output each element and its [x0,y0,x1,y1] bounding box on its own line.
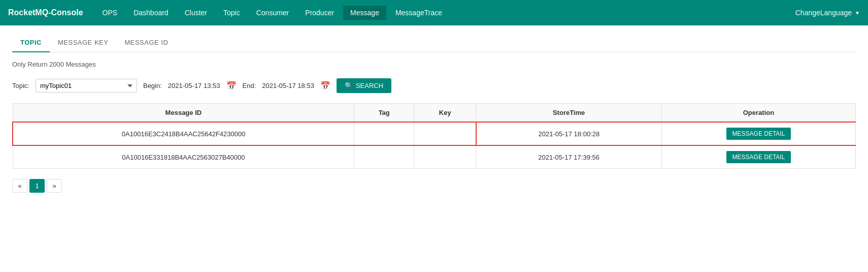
nav-item-ops[interactable]: OPS [95,6,125,20]
change-language-label: ChangeLanguage [795,9,852,17]
col-message-id: Message ID [13,104,354,123]
row1-store-time: 2021-05-17 18:00:28 [476,122,662,145]
search-icon: 🔍 [345,82,353,89]
nav-item-producer[interactable]: Producer [298,6,341,20]
table-row: 0A10016E3C2418B4AAC25642F4230000 2021-05… [13,122,856,145]
nav-item-message[interactable]: Message [343,6,386,20]
nav-item-cluster[interactable]: Cluster [178,6,214,20]
table-body: 0A10016E3C2418B4AAC25642F4230000 2021-05… [13,122,856,169]
col-store-time: StoreTime [476,104,662,123]
topic-select[interactable]: myTopic01 [36,79,137,93]
pagination: « 1 » [12,179,856,193]
current-page-button[interactable]: 1 [29,179,45,193]
row2-message-id: 0A10016E331818B4AAC2563027B40000 [13,145,354,169]
row1-key [414,122,476,145]
row2-operation: MESSAGE DETAIL [661,145,855,169]
table-row: 0A10016E331818B4AAC2563027B40000 2021-05… [13,145,856,169]
search-button-label: SEARCH [356,82,383,89]
end-label: End: [243,82,256,89]
search-bar: Topic: myTopic01 Begin: 2021-05-17 13:53… [12,78,856,93]
message-detail-button-2[interactable]: MESSAGE DETAIL [726,151,791,163]
table-header: Message ID Tag Key StoreTime Operation [13,104,856,123]
tab-message-id[interactable]: MESSAGE ID [116,34,176,52]
nav-item-consumer[interactable]: Consumer [249,6,296,20]
next-page-button[interactable]: » [47,179,62,193]
tab-message-key[interactable]: MESSAGE KEY [50,34,116,52]
end-value: 2021-05-17 18:53 [262,82,314,89]
message-detail-button-1[interactable]: MESSAGE DETAIL [726,128,791,140]
begin-label: Begin: [143,82,162,89]
change-language-button[interactable]: ChangeLanguage ▼ [795,9,860,17]
search-button[interactable]: 🔍 SEARCH [337,78,391,93]
messages-table: Message ID Tag Key StoreTime Operation 0… [12,103,856,169]
begin-value: 2021-05-17 13:53 [168,82,220,89]
end-calendar-icon[interactable]: 📅 [320,81,330,90]
navbar: RocketMQ-Console OPS Dashboard Cluster T… [0,0,868,25]
nav-item-dashboard[interactable]: Dashboard [126,6,176,20]
main-content: TOPIC MESSAGE KEY MESSAGE ID Only Return… [0,25,868,201]
col-key: Key [414,104,476,123]
col-operation: Operation [661,104,855,123]
row2-store-time: 2021-05-17 17:39:56 [476,145,662,169]
begin-calendar-icon[interactable]: 📅 [226,81,237,90]
row2-key [414,145,476,169]
row1-operation: MESSAGE DETAIL [661,122,855,145]
chevron-down-icon: ▼ [855,10,860,16]
col-tag: Tag [354,104,414,123]
nav-item-messagetrace[interactable]: MessageTrace [388,6,449,20]
row2-tag [354,145,414,169]
prev-page-button[interactable]: « [12,179,27,193]
nav-item-topic[interactable]: Topic [216,6,247,20]
brand-logo[interactable]: RocketMQ-Console [8,8,83,17]
nav-items: OPS Dashboard Cluster Topic Consumer Pro… [95,6,795,20]
tab-topic[interactable]: TOPIC [12,34,50,52]
topic-label: Topic: [12,82,29,89]
row1-tag [354,122,414,145]
tab-bar: TOPIC MESSAGE KEY MESSAGE ID [12,34,856,52]
info-text: Only Return 2000 Messages [12,61,856,68]
row1-message-id: 0A10016E3C2418B4AAC25642F4230000 [13,122,354,145]
